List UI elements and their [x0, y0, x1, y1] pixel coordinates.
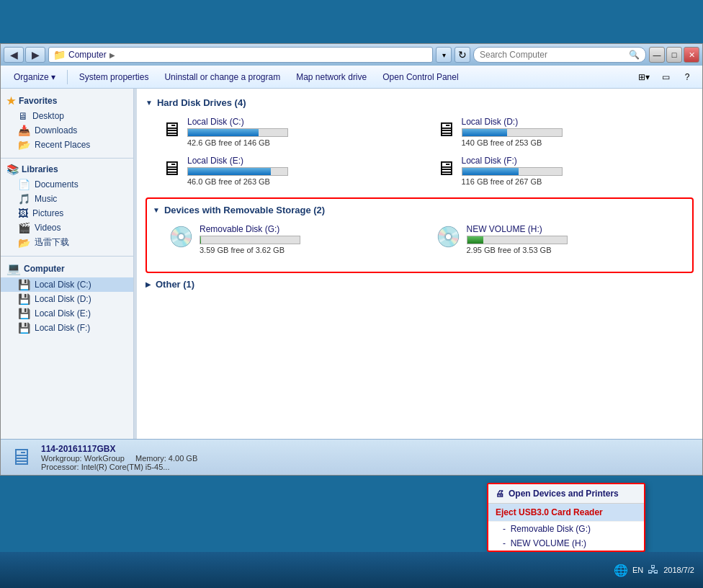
removable-collapse-arrow[interactable]: ▼: [153, 206, 160, 214]
taskbar: 🌐 EN 🖧 2018/7/2: [0, 552, 703, 588]
back-button[interactable]: ◀: [4, 47, 24, 63]
drive-e[interactable]: 🖥 Local Disk (E:) 46.0 GB free of 263 GB: [157, 153, 420, 189]
drive-e-icon: 🖥: [161, 159, 182, 179]
folder-icon: 📁: [53, 49, 66, 61]
hdd-collapse-arrow[interactable]: ▼: [145, 99, 153, 107]
disk-f-icon: 💾: [18, 322, 30, 334]
drive-d[interactable]: 🖥 Local Disk (D:) 140 GB free of 253 GB: [431, 114, 694, 150]
computer-icon: 💻: [6, 262, 21, 275]
disk-c-icon: 💾: [18, 279, 30, 290]
nav-buttons: ◀ ▶: [4, 47, 45, 63]
window-controls: — □ ✕: [649, 47, 699, 63]
control-panel-button[interactable]: Open Control Panel: [375, 68, 465, 86]
sidebar-item-desktop[interactable]: 🖥 Desktop: [1, 109, 133, 123]
documents-icon: 📄: [18, 179, 30, 190]
removable-drives-grid: 💿 Removable Disk (G:) 3.59 GB free of 3.…: [153, 221, 686, 257]
drive-h-space: 2.95 GB free of 3.53 GB: [467, 246, 683, 254]
videos-icon: 🎬: [18, 222, 30, 233]
removable-section: ▼ Devices with Removable Storage (2) 💿 R…: [145, 197, 694, 273]
address-arrow: ▶: [109, 51, 115, 59]
uninstall-button[interactable]: Uninstall or change a program: [157, 68, 287, 86]
forward-button[interactable]: ▶: [25, 47, 45, 63]
drive-c-info: Local Disk (C:) 42.6 GB free of 146 GB: [187, 117, 416, 147]
organize-button[interactable]: Organize ▾: [6, 68, 63, 86]
other-collapse-arrow[interactable]: ▶: [145, 280, 151, 288]
maximize-button[interactable]: □: [666, 47, 682, 63]
drive-c[interactable]: 🖥 Local Disk (C:) 42.6 GB free of 146 GB: [157, 114, 420, 150]
sidebar-item-documents[interactable]: 📄 Documents: [1, 177, 133, 192]
sidebar-item-recent[interactable]: 📂 Recent Places: [1, 138, 133, 152]
search-box[interactable]: 🔍: [473, 47, 646, 63]
context-menu: 🖨 Open Devices and Printers Eject USB3.0…: [487, 483, 645, 552]
computer-header[interactable]: 💻 Computer: [1, 259, 133, 277]
system-tray: 🌐 EN 🖧 2018/7/2: [614, 564, 700, 577]
close-button[interactable]: ✕: [684, 47, 699, 63]
drive-d-space: 140 GB free of 253 GB: [462, 138, 690, 147]
drive-g[interactable]: 💿 Removable Disk (G:) 3.59 GB free of 3.…: [164, 221, 420, 257]
drive-e-info: Local Disk (E:) 46.0 GB free of 263 GB: [187, 156, 416, 186]
toolbar: Organize ▾ System properties Uninstall o…: [1, 66, 702, 89]
drive-d-icon: 🖥: [436, 120, 456, 140]
drive-c-progress: [187, 128, 288, 137]
drive-f-fill: [462, 168, 519, 175]
drive-g-progress: [200, 236, 300, 244]
disk-d-icon: 💾: [18, 293, 30, 305]
drive-h-icon: 💿: [436, 227, 461, 247]
music-icon: 🎵: [18, 193, 30, 205]
status-bar: 🖥 114-20161117GBX Workgroup: WorkGroup M…: [1, 439, 702, 475]
star-icon: ★: [6, 95, 16, 107]
drive-g-icon: 💿: [169, 227, 194, 247]
drive-h-progress: [467, 236, 568, 244]
drive-c-name: Local Disk (C:): [187, 117, 416, 127]
status-info: 114-20161117GBX Workgroup: WorkGroup Mem…: [41, 444, 694, 471]
network-icon: 🌐: [614, 564, 628, 577]
drive-d-fill: [462, 129, 507, 136]
sidebar-item-local-e[interactable]: 💾 Local Disk (E:): [1, 306, 133, 321]
drive-f-space: 116 GB free of 267 GB: [462, 177, 690, 186]
pictures-icon: 🖼: [18, 208, 28, 219]
preview-pane-button[interactable]: ▭: [656, 68, 675, 86]
sidebar-item-local-c[interactable]: 💾 Local Disk (C:): [1, 277, 133, 292]
libraries-section: 📚 Libraries 📄 Documents 🎵 Music 🖼 Pictur…: [1, 161, 133, 250]
drive-f-name: Local Disk (F:): [462, 156, 690, 166]
removable-g-item[interactable]: - Removable Disk (G:): [488, 522, 644, 536]
removable-h-item[interactable]: - NEW VOLUME (H:): [488, 536, 644, 551]
minimize-button[interactable]: —: [649, 47, 665, 63]
sidebar-item-downloads[interactable]: 📥 Downloads: [1, 123, 133, 138]
context-header: 🖨 Open Devices and Printers: [488, 484, 644, 504]
drive-f-info: Local Disk (F:) 116 GB free of 267 GB: [462, 156, 690, 186]
drive-f[interactable]: 🖥 Local Disk (F:) 116 GB free of 267 GB: [431, 153, 694, 189]
sidebar-item-music[interactable]: 🎵 Music: [1, 192, 133, 206]
sidebar-item-local-d[interactable]: 💾 Local Disk (D:): [1, 292, 133, 306]
map-drive-button[interactable]: Map network drive: [289, 68, 374, 86]
drive-h[interactable]: 💿 NEW VOLUME (H:) 2.95 GB free of 3.53 G…: [431, 221, 687, 257]
drive-h-info: NEW VOLUME (H:) 2.95 GB free of 3.53 GB: [467, 224, 683, 254]
drive-f-progress: [462, 167, 563, 176]
sidebar-item-pictures[interactable]: 🖼 Pictures: [1, 206, 133, 220]
system-properties-button[interactable]: System properties: [72, 68, 156, 86]
clock: 2018/7/2: [663, 566, 694, 574]
desktop-icon: 🖥: [18, 110, 28, 122]
favorites-header: ★ Favorites: [1, 93, 133, 109]
main-panel: ▼ Hard Disk Drives (4) 🖥 Local Disk (C:)…: [137, 89, 702, 439]
address-bar[interactable]: 📁 Computer ▶: [48, 47, 433, 63]
sidebar-item-videos[interactable]: 🎬 Videos: [1, 220, 133, 235]
search-input[interactable]: [480, 50, 626, 60]
titlebar: ◀ ▶ 📁 Computer ▶ ▾ ↻ 🔍 — □ ✕: [1, 44, 702, 66]
help-button[interactable]: ?: [678, 68, 697, 86]
sidebar-item-local-f[interactable]: 💾 Local Disk (F:): [1, 321, 133, 335]
drive-e-space: 46.0 GB free of 263 GB: [187, 177, 416, 186]
eject-usb-item[interactable]: Eject USB3.0 Card Reader: [488, 504, 644, 522]
downloads-icon: 📥: [18, 125, 30, 136]
network-tray-icon: 🖧: [648, 564, 659, 576]
drive-e-fill: [188, 168, 271, 175]
address-dropdown[interactable]: ▾: [436, 47, 452, 63]
view-options-button[interactable]: ⊞▾: [635, 68, 653, 86]
recent-icon: 📂: [18, 139, 30, 151]
toolbar-right: ⊞▾ ▭ ?: [635, 68, 697, 86]
drive-c-space: 42.6 GB free of 146 GB: [187, 138, 416, 147]
refresh-button[interactable]: ↻: [455, 47, 470, 63]
sidebar-item-xunlei[interactable]: 📂 迅雷下载: [1, 235, 133, 250]
drive-d-info: Local Disk (D:) 140 GB free of 253 GB: [462, 117, 690, 147]
hdd-section-header: ▼ Hard Disk Drives (4): [145, 97, 694, 108]
